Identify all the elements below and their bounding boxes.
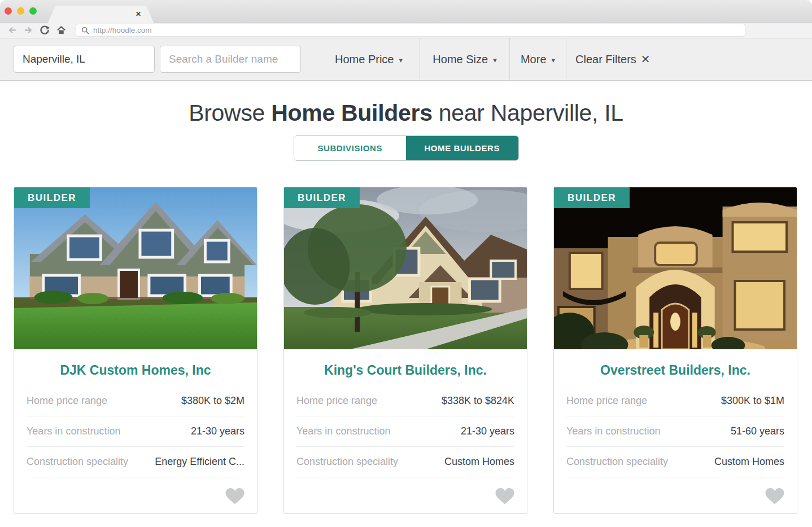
builder-badge: BUILDER (14, 187, 90, 208)
address-bar[interactable]: http://hoodle.com (76, 24, 745, 37)
heart-icon (495, 487, 514, 504)
detail-row: Construction speciality Custom Homes (566, 447, 784, 477)
detail-row: Years in construction 21-30 years (27, 416, 245, 447)
builder-card: BUILDER King's Court Builders, Inc. Home… (283, 187, 527, 514)
detail-value: 51-60 years (731, 425, 784, 437)
house-photo-illustration (554, 187, 797, 349)
browser-window: ✕ http://hoodle.com Home Price ▾ Hom (0, 0, 812, 527)
heart-icon (765, 487, 784, 504)
detail-label: Construction speciality (296, 456, 398, 468)
detail-label: Years in construction (296, 425, 390, 437)
minimize-window-button[interactable] (17, 7, 24, 15)
view-toggle: SUBDIVISIONS HOME BUILDERS (294, 135, 519, 161)
clear-filters-label: Clear Filters (575, 53, 636, 66)
card-footer (14, 477, 257, 513)
more-label: More (521, 53, 547, 66)
detail-row: Construction speciality Energy Efficient… (27, 447, 245, 477)
url-text: http://hoodle.com (93, 26, 152, 34)
chevron-down-icon: ▾ (493, 54, 497, 64)
detail-label: Home price range (27, 395, 107, 407)
favorite-button[interactable] (765, 487, 784, 504)
builder-card: BUILDER DJK Custom Homes, Inc Home price… (14, 187, 257, 514)
detail-value: 21-30 years (191, 425, 245, 437)
filter-divider (566, 38, 566, 81)
favorite-button[interactable] (495, 487, 514, 504)
detail-label: Years in construction (566, 425, 660, 437)
home-price-label: Home Price (335, 53, 394, 66)
page-title: Browse Home Builders near Naperville, IL (0, 100, 812, 126)
card-footer (554, 477, 797, 513)
detail-label: Construction speciality (27, 456, 128, 468)
home-size-dropdown[interactable]: Home Size ▾ (420, 38, 509, 81)
detail-label: Home price range (296, 395, 377, 407)
close-window-button[interactable] (5, 7, 12, 15)
browser-titlebar: ✕ (0, 0, 812, 23)
clear-filters-button[interactable]: Clear Filters ✕ (575, 52, 651, 66)
detail-row: Construction speciality Custom Homes (296, 447, 514, 477)
detail-value: Custom Homes (714, 456, 784, 468)
back-button[interactable] (7, 25, 17, 36)
builder-photo[interactable]: BUILDER (284, 187, 527, 349)
builder-photo[interactable]: BUILDER (554, 187, 797, 349)
house-photo-illustration (284, 187, 527, 349)
builder-details: Home price range $338K to $824K Years in… (296, 386, 514, 477)
detail-label: Construction speciality (566, 456, 668, 468)
detail-value: Custom Homes (444, 456, 514, 468)
browser-tab[interactable]: ✕ (48, 6, 154, 23)
detail-value: $338K to $824K (442, 395, 514, 407)
home-size-label: Home Size (433, 53, 488, 66)
detail-row: Home price range $300K to $1M (566, 386, 784, 416)
tab-subdivisions[interactable]: SUBDIVISIONS (294, 136, 407, 160)
detail-row: Home price range $380K to $2M (27, 386, 245, 416)
builder-photo[interactable]: BUILDER (14, 187, 257, 349)
forward-button[interactable] (23, 25, 33, 36)
home-button[interactable] (56, 25, 66, 36)
more-dropdown[interactable]: More ▾ (510, 38, 566, 81)
builder-name-link[interactable]: King's Court Builders, Inc. (284, 363, 527, 378)
close-icon: ✕ (641, 52, 651, 66)
chevron-down-icon: ▾ (552, 54, 556, 64)
detail-value: $380K to $2M (181, 395, 245, 407)
builder-details: Home price range $380K to $2M Years in c… (27, 386, 245, 477)
detail-value: 21-30 years (461, 425, 514, 437)
detail-row: Years in construction 51-60 years (566, 416, 784, 447)
main-content: Browse Home Builders near Naperville, IL… (0, 100, 812, 514)
reload-button[interactable] (40, 25, 50, 36)
detail-value: $300K to $1M (721, 395, 784, 407)
detail-value: Energy Efficient C... (155, 456, 245, 468)
tab-home-builders[interactable]: HOME BUILDERS (406, 136, 518, 160)
chevron-down-icon: ▾ (399, 54, 403, 64)
builder-badge: BUILDER (284, 187, 360, 208)
tab-close-icon[interactable]: ✕ (136, 11, 141, 17)
filter-bar: Home Price ▾ Home Size ▾ More ▾ Clear Fi… (0, 38, 812, 81)
builder-badge: BUILDER (554, 187, 630, 208)
zoom-window-button[interactable] (29, 7, 37, 15)
detail-label: Home price range (566, 395, 647, 407)
detail-row: Years in construction 21-30 years (296, 416, 514, 447)
favorite-button[interactable] (225, 487, 245, 504)
detail-label: Years in construction (27, 425, 120, 437)
home-price-dropdown[interactable]: Home Price ▾ (318, 38, 420, 81)
location-input[interactable] (14, 46, 155, 73)
heart-icon (225, 487, 245, 504)
card-footer (284, 477, 527, 513)
detail-row: Home price range $338K to $824K (296, 386, 514, 416)
builder-name-link[interactable]: Overstreet Builders, Inc. (554, 363, 797, 378)
search-icon (81, 27, 89, 34)
traffic-lights (5, 7, 37, 15)
builder-name-link[interactable]: DJK Custom Homes, Inc (14, 363, 257, 378)
builder-card: BUILDER Overstreet Builders, Inc. Home p… (553, 187, 797, 514)
house-photo-illustration (14, 187, 257, 349)
builder-search-input[interactable] (160, 46, 301, 73)
builder-card-list: BUILDER DJK Custom Homes, Inc Home price… (0, 187, 812, 514)
browser-toolbar: http://hoodle.com (0, 23, 812, 38)
builder-details: Home price range $300K to $1M Years in c… (566, 386, 784, 477)
